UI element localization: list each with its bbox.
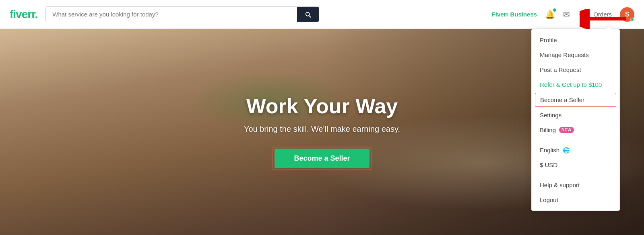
manage-requests-label: Manage Requests bbox=[540, 51, 589, 58]
billing-new-badge: NEW bbox=[559, 127, 574, 133]
hero-button-wrapper: Become a Seller bbox=[272, 147, 371, 170]
messages-icon[interactable]: ✉ bbox=[563, 10, 570, 19]
help-label: Help & support bbox=[540, 182, 580, 188]
dropdown-item-english[interactable]: English 🌐 bbox=[532, 143, 619, 157]
post-request-label: Post a Request bbox=[540, 66, 581, 73]
dropdown-item-post-request[interactable]: Post a Request bbox=[532, 62, 619, 77]
fiverr-business-link[interactable]: Fiverr Business bbox=[492, 11, 537, 18]
hero-content: Work Your Way You bring the skill. We'll… bbox=[244, 94, 400, 170]
dropdown-item-refer[interactable]: Refer & Get up to $100 bbox=[532, 77, 619, 92]
dropdown-item-become-seller[interactable]: Become a Seller bbox=[535, 93, 616, 107]
profile-label: Profile bbox=[540, 37, 557, 43]
fiverr-logo[interactable]: fiverr. bbox=[10, 8, 37, 21]
hero-title: Work Your Way bbox=[244, 94, 400, 118]
search-button[interactable] bbox=[297, 7, 319, 22]
usd-label: $ USD bbox=[540, 161, 557, 168]
user-dropdown-menu: Profile Manage Requests Post a Request R… bbox=[531, 29, 620, 211]
dropdown-divider-1 bbox=[532, 140, 619, 140]
dropdown-item-profile[interactable]: Profile bbox=[532, 33, 619, 47]
header: fiverr. Fiverr Business 🔔 ✉ ♡ Orders S bbox=[0, 0, 644, 29]
logout-label: Logout bbox=[540, 196, 558, 203]
search-bar bbox=[45, 6, 319, 22]
logo-text: fiverr bbox=[10, 8, 35, 20]
billing-label: Billing bbox=[540, 127, 556, 133]
notification-dot bbox=[553, 8, 556, 12]
become-seller-hero-button[interactable]: Become a Seller bbox=[275, 149, 369, 168]
dropdown-item-settings[interactable]: Settings bbox=[532, 108, 619, 123]
dropdown-item-billing[interactable]: Billing NEW bbox=[532, 123, 619, 137]
search-icon bbox=[304, 11, 312, 18]
dropdown-divider-2 bbox=[532, 175, 619, 175]
english-label: English bbox=[540, 147, 559, 153]
dropdown-triangle bbox=[606, 26, 612, 29]
logo-dot: . bbox=[35, 8, 38, 20]
dropdown-item-usd[interactable]: $ USD bbox=[532, 157, 619, 172]
refer-label: Refer & Get up to $100 bbox=[540, 81, 602, 88]
dropdown-item-manage-requests[interactable]: Manage Requests bbox=[532, 47, 619, 62]
settings-label: Settings bbox=[540, 112, 561, 119]
dropdown-item-help[interactable]: Help & support bbox=[532, 178, 619, 192]
hero-subtitle: You bring the skill. We'll make earning … bbox=[244, 125, 400, 134]
search-input[interactable] bbox=[46, 7, 297, 22]
globe-icon: 🌐 bbox=[563, 147, 570, 153]
dropdown-item-logout[interactable]: Logout bbox=[532, 192, 619, 207]
notification-bell[interactable]: 🔔 bbox=[545, 10, 555, 19]
become-seller-label: Become a Seller bbox=[540, 96, 584, 103]
